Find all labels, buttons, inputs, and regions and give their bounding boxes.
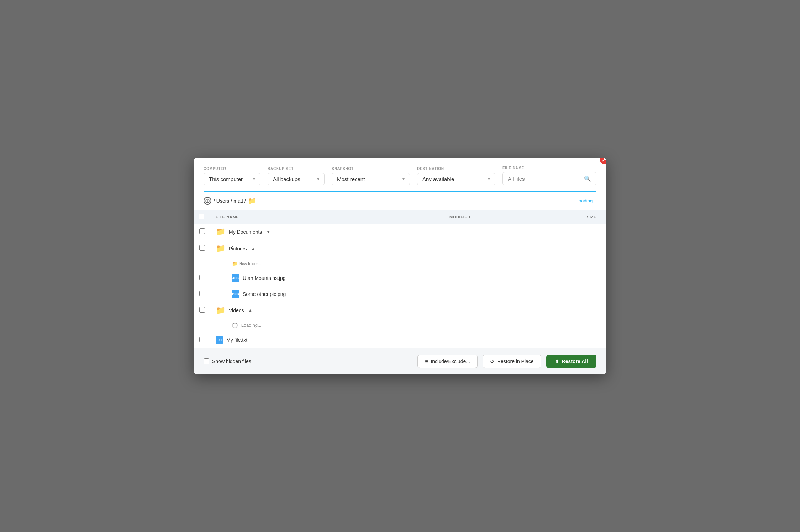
col-file-name: FILE NAME [211,210,444,224]
loading-spinner [232,323,238,328]
dialog-footer: Show hidden files ≡ Include/Exclude... ↺… [194,348,606,374]
folder-toggle-icon[interactable]: ▼ [266,229,270,234]
file-name-group: FILE NAME 🔍 [502,166,596,185]
show-hidden-checkbox[interactable] [204,358,209,364]
file-table-container: FILE NAME MODIFIED SIZE 📁 My Documents [194,210,606,349]
breadcrumb-left: / Users / matt / 📁 [204,197,256,205]
table-row: 📁 Videos ▲ [194,302,606,319]
snapshot-select[interactable]: Most recent ▾ [332,173,410,185]
row-file-cell: 📁 New folder... [211,257,444,270]
row-file-cell: JPG Utah Mountains.jpg [211,270,444,286]
restore-in-place-button[interactable]: ↺ Restore in Place [483,355,541,368]
backup-set-group: BACKUP SET All backups ▾ [268,167,325,185]
dialog-header: COMPUTER This computer ▾ BACKUP SET All … [194,158,606,192]
backup-set-value: All backups [273,176,300,182]
row-file-cell: PNG Some other pic.png [211,286,444,302]
file-row-name: JPG Utah Mountains.jpg [232,274,440,282]
row-checkbox[interactable] [199,228,205,234]
row-modified-cell [444,270,535,286]
row-checkbox[interactable] [199,291,205,296]
row-check-cell [194,286,211,302]
col-modified: MODIFIED [444,210,535,224]
select-all-checkbox[interactable] [199,214,204,219]
row-modified-cell [444,224,535,240]
row-file-cell: 📁 Pictures ▲ [211,240,444,257]
row-check-cell [194,224,211,240]
row-modified-cell [444,286,535,302]
table-row: 📁 My Documents ▼ [194,224,606,240]
folder-toggle-icon[interactable]: ▲ [248,308,253,313]
restore-in-place-label: Restore in Place [497,358,534,364]
folder-icon: 📁 [216,306,225,315]
row-modified-cell [444,319,535,332]
restore-all-button[interactable]: ⬆ Restore All [546,355,596,368]
file-table: FILE NAME MODIFIED SIZE 📁 My Documents [194,210,606,349]
file-row-name: TXT My file.txt [216,336,440,344]
table-row: Loading... [194,319,606,332]
computer-label: COMPUTER [204,167,260,171]
breadcrumb-row: / Users / matt / 📁 Loading... [194,192,606,210]
breadcrumb-path: / Users / matt / [214,198,246,204]
file-name-text: My Documents [229,229,262,235]
image-file-icon: JPG [232,274,239,282]
computer-group: COMPUTER This computer ▾ [204,167,260,185]
table-row: 📁 Pictures ▲ [194,240,606,257]
file-row-name: 📁 Pictures ▲ [216,244,440,253]
file-row-name: 📁 Videos ▲ [216,306,440,315]
col-check [194,210,211,224]
show-hidden-label[interactable]: Show hidden files [204,358,251,364]
row-file-cell: TXT My file.txt [211,332,444,348]
file-name-input-wrapper: 🔍 [502,172,596,185]
include-exclude-icon: ≡ [425,358,428,364]
row-size-cell [535,257,606,270]
row-modified-cell [444,240,535,257]
row-modified-cell [444,332,535,348]
back-button[interactable] [204,197,211,205]
include-exclude-button[interactable]: ≡ Include/Exclude... [417,355,478,368]
snapshot-chevron-icon: ▾ [402,176,405,181]
file-name-text: Pictures [229,246,247,251]
row-size-cell [535,319,606,332]
table-row: TXT My file.txt [194,332,606,348]
file-name-input[interactable] [508,176,581,182]
restore-all-icon: ⬆ [555,358,559,364]
row-check-cell [194,319,211,332]
row-checkbox[interactable] [199,307,205,313]
folder-icon: 📁 [216,227,225,236]
table-row: PNG Some other pic.png [194,286,606,302]
destination-chevron-icon: ▾ [488,176,490,181]
row-size-cell [535,286,606,302]
row-size-cell [535,270,606,286]
row-check-cell [194,302,211,319]
computer-select[interactable]: This computer ▾ [204,173,260,185]
computer-chevron-icon: ▾ [253,176,255,181]
snapshot-value: Most recent [337,176,365,182]
show-hidden-text: Show hidden files [212,358,251,364]
snapshot-group: SNAPSHOT Most recent ▾ [332,167,410,185]
computer-value: This computer [209,176,243,182]
file-name-label: FILE NAME [502,166,596,170]
row-file-cell: 📁 My Documents ▼ [211,224,444,240]
row-modified-cell [444,302,535,319]
destination-select[interactable]: Any available ▾ [417,173,495,185]
footer-actions: ≡ Include/Exclude... ↺ Restore in Place … [417,355,596,368]
row-check-cell [194,270,211,286]
folder-toggle-icon[interactable]: ▲ [251,246,256,251]
row-checkbox[interactable] [199,245,205,251]
row-modified-cell [444,257,535,270]
new-folder-row: 📁 New folder... [232,261,261,266]
svg-point-0 [206,199,209,203]
row-checkbox[interactable] [199,275,205,280]
loading-text: Loading... [241,323,262,328]
row-check-cell [194,240,211,257]
destination-label: DESTINATION [417,167,495,171]
backup-set-select[interactable]: All backups ▾ [268,173,325,185]
breadcrumb-loading: Loading... [576,198,596,203]
file-row-name: PNG Some other pic.png [232,290,440,298]
file-name-text: Utah Mountains.jpg [243,275,286,281]
row-checkbox[interactable] [199,337,205,342]
txt-file-icon: TXT [216,336,223,344]
new-folder-icon: 📁 [232,261,238,266]
file-name-text: Some other pic.png [243,291,286,297]
folder-icon: 📁 [216,244,225,253]
